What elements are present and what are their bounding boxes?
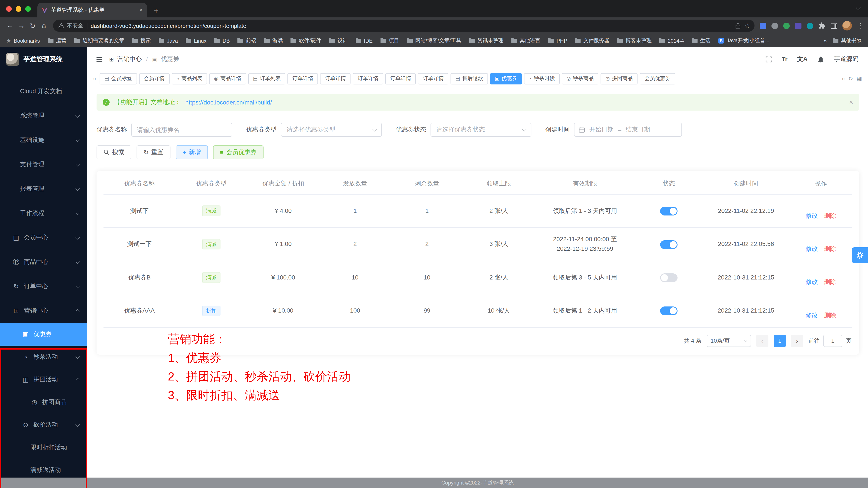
back-icon[interactable]: ←	[4, 20, 16, 32]
bookmark-item[interactable]: 近期需要读的文章	[74, 37, 124, 45]
tab-chip[interactable]: ▤ 订单列表	[248, 73, 285, 84]
bookmark-item[interactable]: 项目	[380, 37, 399, 45]
tab-chip[interactable]: 订单详情	[385, 73, 416, 84]
fullscreen-icon[interactable]	[765, 56, 772, 63]
scroll-left-icon[interactable]: «	[93, 75, 96, 82]
home-icon[interactable]: ⌂	[38, 20, 50, 32]
status-toggle[interactable]	[660, 207, 678, 216]
edit-link[interactable]: 修改	[806, 278, 818, 285]
tab-chip[interactable]: 订单详情	[288, 73, 318, 84]
address-bar[interactable]: 不安全 dashboard-vue3.yudao.iocoder.cn/prom…	[53, 20, 754, 32]
other-bookmarks[interactable]: 其他书签	[833, 37, 862, 45]
tab-chip[interactable]: 订单详情	[353, 73, 383, 84]
alert-close-icon[interactable]: ×	[849, 98, 853, 106]
browser-menu-icon[interactable]: ⋮	[857, 22, 864, 30]
sidebar-menu-item[interactable]: Cloud 开发文档	[0, 79, 87, 104]
coupon-name-input[interactable]	[131, 123, 232, 137]
sidebar-menu-item[interactable]: ↻ 订单中心	[0, 274, 87, 298]
bookmark-item[interactable]: 运营	[48, 37, 66, 45]
tab-chip[interactable]: ○ 商品列表	[172, 73, 207, 84]
bookmark-item[interactable]: B Java开发|小组首...	[718, 37, 770, 45]
side-panel-icon[interactable]	[831, 23, 837, 29]
alert-doc-link[interactable]: https://doc.iocoder.cn/mall/build/	[185, 99, 272, 106]
refresh-icon[interactable]: ↻	[848, 75, 853, 82]
forward-icon[interactable]: →	[16, 20, 27, 32]
delete-link[interactable]: 删除	[824, 212, 836, 219]
tab-chip[interactable]: ◔ 秒杀时段	[524, 73, 559, 84]
bookmark-star-icon[interactable]: ☆	[744, 22, 750, 30]
bookmark-item[interactable]: Java	[158, 37, 178, 45]
sidebar-menu-item[interactable]: ◔ 秒杀活动	[0, 346, 87, 368]
new-tab-button[interactable]: +	[151, 4, 162, 18]
settings-fab[interactable]	[852, 247, 868, 263]
status-toggle[interactable]	[660, 307, 678, 315]
layout-grid-icon[interactable]: ▦	[857, 75, 862, 82]
delete-link[interactable]: 删除	[824, 312, 836, 319]
bookmark-item[interactable]: 2014-4	[659, 37, 684, 45]
tab-close-icon[interactable]: ×	[139, 6, 143, 13]
sidebar-menu-item[interactable]: ◫ 会员中心	[0, 226, 87, 250]
bookmark-item[interactable]: 博客未整理	[617, 37, 652, 45]
bookmark-item[interactable]: 搜索	[132, 37, 151, 45]
member-coupon-button[interactable]: ≡ 会员优惠券	[213, 145, 264, 159]
close-window-button[interactable]	[6, 6, 12, 12]
bookmark-item[interactable]: PHP	[548, 37, 567, 45]
extension-icon[interactable]	[795, 22, 802, 29]
share-icon[interactable]	[735, 22, 741, 29]
date-range-picker[interactable]: 开始日期 – 结束日期	[574, 123, 682, 137]
language-icon[interactable]: 文A	[797, 55, 808, 63]
extensions-puzzle-icon[interactable]	[818, 22, 826, 29]
username[interactable]: 芋道源码	[834, 55, 859, 63]
browser-tab[interactable]: 芋道管理系统 - 优惠券 ×	[37, 3, 147, 18]
edit-link[interactable]: 修改	[806, 245, 818, 252]
bell-icon[interactable]	[817, 56, 825, 63]
coupon-status-select[interactable]: 请选择优惠券状态	[431, 123, 531, 137]
edit-link[interactable]: 修改	[806, 312, 818, 319]
tab-chip[interactable]: ◎ 秒杀商品	[562, 73, 598, 84]
sidebar-menu-item[interactable]: 系统管理	[0, 104, 87, 128]
prev-page-button[interactable]: ‹	[756, 335, 768, 347]
sidebar-menu-item[interactable]: ▣ 优惠券	[0, 323, 87, 346]
extension-icon[interactable]	[771, 22, 778, 29]
tab-chip[interactable]: ◉ 商品详情	[209, 73, 246, 84]
bookmark-item[interactable]: 其他语言	[512, 37, 540, 45]
tab-chip[interactable]: ▣ 优惠券	[490, 73, 522, 84]
sidebar-menu-item[interactable]: 限时折扣活动	[0, 436, 87, 459]
add-button[interactable]: + 新增	[176, 145, 208, 159]
delete-link[interactable]: 删除	[824, 278, 836, 285]
tab-chip[interactable]: ◷ 拼团商品	[601, 73, 638, 84]
tab-search-icon[interactable]	[857, 3, 860, 11]
scroll-right-icon[interactable]: »	[842, 75, 845, 82]
extension-icon[interactable]	[807, 22, 813, 29]
sidebar-menu-item[interactable]: Ⓟ 商品中心	[0, 250, 87, 274]
status-toggle[interactable]	[660, 274, 678, 282]
sidebar-menu-item[interactable]: 工作流程	[0, 201, 87, 226]
sidebar-menu-item[interactable]: 基础设施	[0, 128, 87, 152]
bookmark-item[interactable]: 生活	[692, 37, 711, 45]
security-warning[interactable]: 不安全	[58, 22, 83, 29]
tab-chip[interactable]: 订单详情	[320, 73, 351, 84]
sidebar-menu-item[interactable]: ◫ 拼团活动	[0, 368, 87, 391]
bookmark-item[interactable]: IDE	[356, 37, 373, 45]
current-page[interactable]: 1	[774, 335, 786, 347]
bookmark-item[interactable]: Linux	[186, 37, 206, 45]
bookmark-item[interactable]: DB	[214, 37, 229, 45]
status-toggle[interactable]	[660, 240, 678, 249]
delete-link[interactable]: 删除	[824, 245, 836, 252]
bookmark-item[interactable]: 资讯未整理	[469, 37, 503, 45]
sidebar-menu-item[interactable]: ⊙ 砍价活动	[0, 413, 87, 436]
bookmarks-overflow-icon[interactable]: »	[824, 38, 827, 44]
next-page-button[interactable]: ›	[791, 335, 803, 347]
bookmark-item[interactable]: 软件/硬件	[291, 37, 321, 45]
coupon-type-select[interactable]: 请选择优惠券类型	[281, 123, 382, 137]
bookmark-item[interactable]: 游戏	[264, 37, 283, 45]
search-button[interactable]: 搜索	[97, 145, 131, 159]
bookmark-item[interactable]: 前端	[238, 37, 256, 45]
extension-icon[interactable]	[783, 22, 790, 29]
hamburger-icon[interactable]	[96, 56, 103, 63]
tab-chip[interactable]: ▤ 会员标签	[100, 73, 137, 84]
app-logo[interactable]: 芋道管理系统	[0, 47, 87, 71]
zoom-window-button[interactable]	[25, 6, 31, 12]
tab-chip[interactable]: 会员详情	[139, 73, 169, 84]
sidebar-menu-item[interactable]: 报表管理	[0, 177, 87, 201]
